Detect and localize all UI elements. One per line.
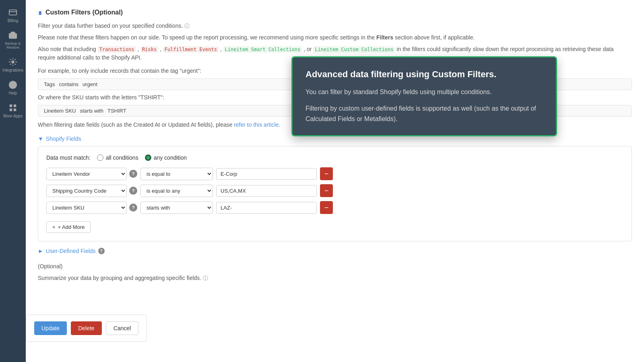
- value-input-3[interactable]: [216, 202, 317, 214]
- grouping-title: (Optional): [38, 262, 632, 271]
- sidebar-item-billing[interactable]: Billing: [0, 4, 26, 27]
- plus-icon: +: [52, 224, 56, 230]
- section-title: Custom Filters (Optional): [45, 9, 123, 16]
- chevron-down-icon: ▼: [38, 136, 43, 142]
- data-match-row: Data must match: all conditions any cond…: [46, 154, 623, 161]
- user-defined-help-icon[interactable]: ?: [98, 248, 105, 254]
- shopify-fields-header[interactable]: ▼ Shopify Fields: [38, 136, 632, 142]
- tooltip-line2: Filtering by custom user-defined fields …: [305, 103, 543, 124]
- help-icon-3[interactable]: ?: [129, 204, 137, 212]
- field-select-3[interactable]: Lineitem Vendor Shipping Country Code Li…: [46, 202, 127, 214]
- sidebar-item-more-apps[interactable]: More Apps: [0, 99, 26, 122]
- refer-article-link[interactable]: refer to this article: [234, 121, 279, 128]
- add-more-button[interactable]: + + Add More: [46, 221, 91, 233]
- filter-row-3: Lineitem Vendor Shipping Country Code Li…: [46, 201, 623, 214]
- filter-row-2: Lineitem Vendor Shipping Country Code Li…: [46, 184, 623, 197]
- any-condition-radio[interactable]: [145, 154, 151, 161]
- help-icon-2[interactable]: ?: [129, 187, 137, 195]
- value-input-1[interactable]: [216, 168, 317, 180]
- field-select-container-2: Lineitem Vendor Shipping Country Code Li…: [46, 185, 137, 197]
- condition-select-1[interactable]: is equal to is not equal to contains sta…: [140, 168, 213, 180]
- svg-rect-6: [14, 105, 16, 107]
- section-collapse-icon[interactable]: ∎: [38, 8, 42, 17]
- tooltip-line1: You can filter by standard Shopify field…: [305, 87, 543, 97]
- info-icon-1: ⓘ: [184, 23, 190, 29]
- all-conditions-radio[interactable]: [97, 154, 103, 161]
- filter-card: Data must match: all conditions any cond…: [38, 146, 632, 241]
- sidebar: Billing Backup &Restore Integrations Hel…: [0, 0, 26, 362]
- remove-filter-3[interactable]: −: [320, 201, 333, 214]
- remove-filter-1[interactable]: −: [320, 167, 333, 180]
- info-line1: Filter your data further based on your s…: [38, 22, 632, 30]
- info-line2: Please note that these filters happen on…: [38, 33, 632, 42]
- field-select-1[interactable]: Lineitem Vendor Shipping Country Code Li…: [46, 168, 127, 180]
- tooltip-title: Advanced data filtering using Custom Fil…: [305, 69, 543, 80]
- bottom-buttons: Update Delete Cancel: [26, 315, 147, 342]
- main-content: ∎ Custom Filters (Optional) Filter your …: [26, 0, 644, 362]
- condition-select-3[interactable]: is equal to is not equal to contains sta…: [140, 202, 213, 214]
- svg-rect-8: [14, 109, 16, 111]
- update-button[interactable]: Update: [34, 321, 67, 335]
- cancel-button[interactable]: Cancel: [106, 321, 139, 335]
- svg-rect-7: [10, 109, 12, 111]
- user-defined-fields-header[interactable]: ► User-Defined Fields ?: [38, 248, 632, 254]
- field-select-container-1: Lineitem Vendor Shipping Country Code Li…: [46, 168, 137, 180]
- grouping-section: (Optional) Summarize your data by groupi…: [38, 262, 632, 282]
- tooltip-popup: Advanced data filtering using Custom Fil…: [291, 56, 557, 136]
- svg-point-2: [12, 61, 14, 63]
- field-select-container-3: Lineitem Vendor Shipping Country Code Li…: [46, 202, 137, 214]
- sidebar-item-backup-restore[interactable]: Backup &Restore: [0, 27, 26, 53]
- svg-rect-0: [9, 10, 17, 15]
- svg-rect-5: [10, 105, 12, 107]
- data-must-match-label: Data must match:: [46, 154, 91, 161]
- any-condition-option[interactable]: any condition: [145, 154, 187, 161]
- section-header: ∎ Custom Filters (Optional): [38, 8, 632, 17]
- grouping-description: Summarize your data by grouping and aggr…: [38, 274, 632, 282]
- remove-filter-2[interactable]: −: [320, 184, 333, 197]
- value-input-2[interactable]: [216, 185, 317, 197]
- sidebar-item-integrations[interactable]: Integrations: [0, 53, 26, 76]
- chevron-right-icon: ►: [38, 248, 43, 254]
- info-icon-grouping: ⓘ: [203, 275, 208, 281]
- delete-button[interactable]: Delete: [71, 321, 101, 335]
- all-conditions-option[interactable]: all conditions: [97, 154, 138, 161]
- condition-select-2[interactable]: is equal to any is not equal to any cont…: [140, 185, 213, 197]
- sidebar-item-help[interactable]: Help: [0, 76, 26, 99]
- filter-row-1: Lineitem Vendor Shipping Country Code Li…: [46, 167, 623, 180]
- help-icon-1[interactable]: ?: [129, 170, 137, 178]
- field-select-2[interactable]: Lineitem Vendor Shipping Country Code Li…: [46, 185, 127, 197]
